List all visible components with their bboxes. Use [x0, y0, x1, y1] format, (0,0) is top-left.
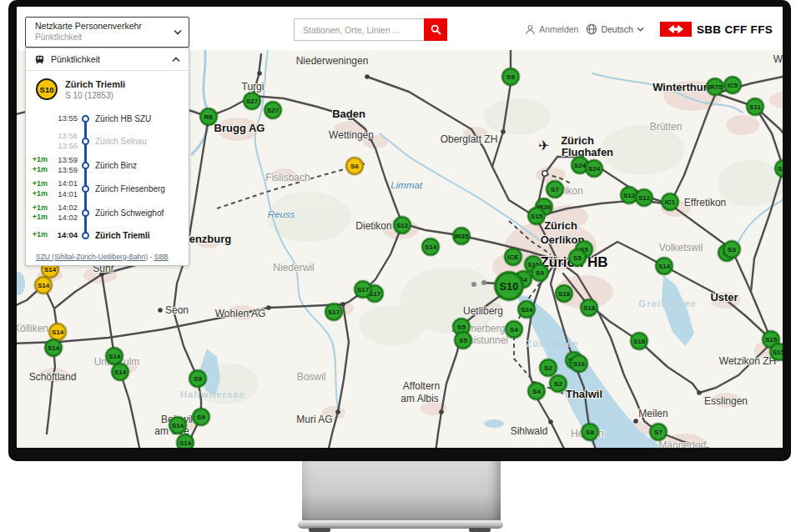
train-badge-S7[interactable]: S7	[547, 181, 564, 198]
chevron-down-icon	[174, 29, 182, 35]
train-badge-S14[interactable]: S14	[169, 417, 187, 434]
train-badge-S14[interactable]: S14	[422, 238, 440, 256]
stop-node-icon	[82, 138, 89, 145]
train-badge-S14[interactable]: S14	[49, 324, 67, 341]
train-badge-S15[interactable]: S15	[770, 344, 783, 361]
stop-node-icon	[82, 232, 89, 239]
train-badge-S5[interactable]: S5	[455, 332, 472, 349]
stop-delay: +1m+1m	[26, 179, 48, 198]
train-badge-S14[interactable]: S14	[106, 348, 123, 365]
stop-name: Zürich Triemli	[95, 231, 150, 240]
login-button[interactable]: Anmelden	[525, 24, 578, 35]
chevron-up-icon	[172, 57, 180, 63]
train-badge-S16[interactable]: S16	[571, 355, 588, 373]
train-badge-S2[interactable]: S2	[540, 359, 557, 377]
train-badge-S14[interactable]: S14	[45, 339, 63, 357]
stop-delay: +1m	[26, 230, 48, 240]
monitor-foot-left	[309, 528, 330, 532]
train-badge-S9[interactable]: S9	[502, 68, 520, 86]
train-badge-S5[interactable]: S5	[569, 249, 587, 267]
train-badge-S10-selected[interactable]: S10	[495, 272, 524, 301]
stop-time: 13:5913:59	[50, 155, 78, 176]
stop-name: Zürich Binz	[95, 161, 137, 170]
train-badge-S17[interactable]: S17	[325, 304, 343, 321]
stop-time: 13:5613:56	[50, 131, 78, 152]
train-badge-S2[interactable]: S2	[550, 375, 567, 393]
train-badge-S9[interactable]: S9	[531, 264, 549, 282]
page: NiederweningenTurgiBadenBrugg AGWettinge…	[0, 0, 801, 532]
train-badge-RE[interactable]: RE	[200, 108, 218, 126]
train-badge-S14[interactable]: S14	[177, 434, 194, 449]
train-badge-S9[interactable]: S9	[189, 370, 207, 388]
layer-dropdown[interactable]: Netzkarte Personenverkehr Pünktlichkeit	[25, 17, 189, 48]
train-badge-S7[interactable]: S7	[650, 424, 668, 441]
search-icon	[431, 24, 441, 35]
search-input[interactable]	[294, 18, 424, 41]
stop-node-icon	[82, 115, 89, 123]
sbb-logo[interactable]: SBB CFF FFS	[660, 22, 773, 37]
train-badge-S14[interactable]: S14	[656, 258, 673, 275]
stop-row: +1m14:04Zürich Triemli	[26, 225, 189, 246]
footer-separator: -	[148, 253, 154, 261]
stop-delay: +1m+1m	[26, 203, 48, 223]
lakes	[17, 272, 783, 448]
train-badge-S12[interactable]: S12	[394, 217, 411, 234]
train-badge-ICE[interactable]: ICE	[505, 248, 522, 266]
monitor-frame: NiederweningenTurgiBadenBrugg AGWettinge…	[8, 0, 791, 461]
user-icon	[525, 24, 536, 35]
train-badge-IR75[interactable]: IR75	[707, 78, 724, 96]
stop-row: +1m+1m14:0214:02Zürich Schweighof	[26, 201, 189, 225]
train-icon	[34, 55, 45, 64]
stop-node-icon	[82, 162, 89, 169]
stop-time: 14:04	[50, 230, 78, 240]
train-badge-S8[interactable]: S8	[582, 424, 599, 441]
stop-name: Zürich Schweighof	[95, 208, 164, 218]
train-badge-S9[interactable]: S9	[193, 409, 210, 426]
train-badge-S27[interactable]: S27	[244, 93, 261, 110]
operator-link[interactable]: SZU (Sihltal-Zürich-Uetliberg-Bahn)	[36, 253, 148, 261]
stop-delay: +1m+1m	[26, 155, 48, 174]
train-badge-S24[interactable]: S24	[518, 301, 536, 319]
stop-node-icon	[82, 185, 89, 193]
train-badge-IC1[interactable]: IC1	[662, 193, 679, 211]
layer-dropdown-subtitle: Pünktlichkeit	[35, 33, 170, 42]
train-badge-S6[interactable]: S6	[346, 158, 364, 175]
train-badge-S14[interactable]: S14	[112, 364, 129, 381]
stop-name: Zürich Friesenberg	[95, 184, 165, 193]
train-badge-S24[interactable]: S24	[586, 160, 603, 178]
stop-node-icon	[82, 209, 89, 217]
train-badge-S4[interactable]: S4	[506, 321, 523, 339]
panel-title: Pünktlichkeit	[51, 54, 166, 64]
train-badge-S14[interactable]: S14	[35, 277, 53, 294]
panel-header-toggle[interactable]: Pünktlichkeit	[26, 48, 189, 71]
stop-row: +1m+1m14:0114:01Zürich Friesenberg	[26, 177, 189, 201]
train-line-badge: S10	[36, 78, 58, 100]
stop-row: +1m+1m13:5913:59Zürich Binz	[26, 153, 189, 178]
train-badge-IC5[interactable]: IC5	[724, 77, 742, 94]
stop-row: 13:55Zürich HB SZU	[26, 108, 189, 129]
stop-name: Zürich HB SZU	[95, 114, 151, 123]
punctuality-panel: Pünktlichkeit S10 Zürich Triemli S 10 (1…	[25, 48, 189, 266]
train-badge-S11[interactable]: S11	[747, 98, 764, 116]
train-badge-IR35[interactable]: IR35	[453, 228, 471, 245]
layer-dropdown-title: Netzkarte Personenverkehr	[35, 21, 170, 31]
train-badge-S27[interactable]: S27	[264, 102, 282, 119]
train-badge-S18[interactable]: S18	[631, 333, 648, 350]
train-badge-S4[interactable]: S4	[528, 383, 546, 400]
train-badge-S17[interactable]: S17	[355, 281, 372, 299]
search-button[interactable]	[424, 18, 447, 41]
train-line-info: S 10 (12853)	[65, 91, 125, 100]
login-label: Anmelden	[539, 24, 578, 34]
train-badge-S18[interactable]: S18	[581, 299, 598, 317]
language-selector[interactable]: Deutsch	[586, 23, 644, 35]
globe-icon	[586, 23, 597, 35]
stop-list: 13:55Zürich HB SZU13:5613:56Zürich Selna…	[26, 105, 189, 248]
sbb-link[interactable]: SBB	[154, 253, 169, 261]
train-badge-S15[interactable]: S15	[528, 208, 546, 225]
panel-footer: SZU (Sihltal-Zürich-Uetliberg-Bahn) - SB…	[26, 248, 189, 268]
stop-time: 14:0114:01	[50, 178, 78, 199]
train-badge-S18[interactable]: S18	[556, 285, 573, 303]
stop-time: 14:0214:02	[50, 203, 78, 223]
train-badge-S3[interactable]: S3	[723, 241, 741, 258]
train-badge-S12[interactable]: S12	[636, 189, 653, 207]
